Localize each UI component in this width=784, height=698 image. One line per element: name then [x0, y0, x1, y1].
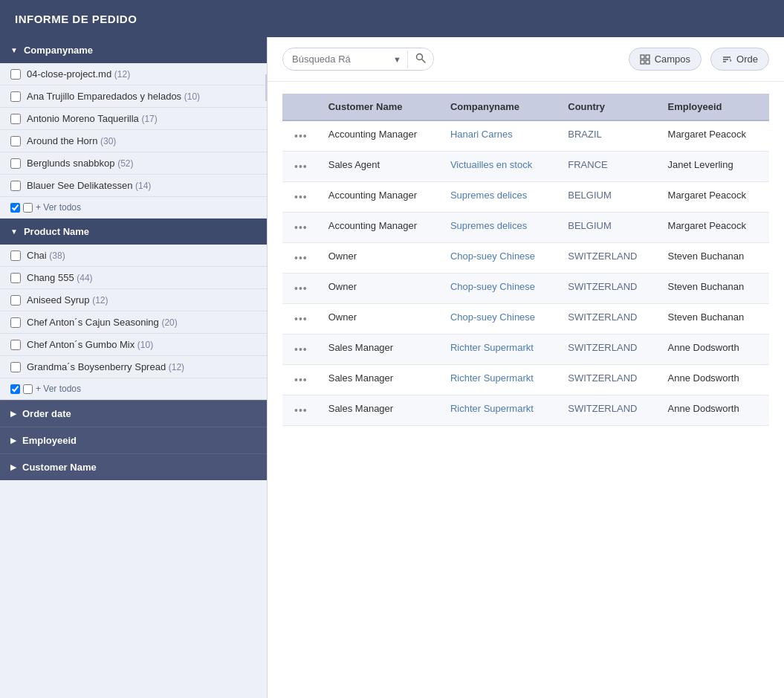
row-menu-button-8[interactable]: ••• [291, 372, 311, 387]
cell-customer-name-9: Sales Manager [320, 395, 441, 426]
row-menu-button-2[interactable]: ••• [291, 190, 311, 204]
cell-employeeid-8: Anne Dodsworth [659, 365, 769, 395]
cell-companyname-6: Chop-suey Chinese [441, 304, 559, 335]
row-menu-cell-6[interactable]: ••• [282, 304, 320, 335]
cell-companyname-1: Victuailles en stock [441, 152, 559, 182]
row-menu-button-0[interactable]: ••• [291, 129, 311, 143]
svg-rect-2 [641, 55, 644, 59]
ver-todos-check-1[interactable] [10, 203, 20, 213]
sidebar-product-item-5[interactable]: Grandma´s Boysenberry Spread (12) [0, 356, 267, 378]
sidebar-product-check-3[interactable] [10, 317, 21, 328]
row-menu-cell-1[interactable]: ••• [282, 152, 320, 182]
row-menu-cell-2[interactable]: ••• [282, 182, 320, 213]
collapsed-section-1[interactable]: ▶ Employeeid [0, 427, 267, 453]
cell-employeeid-0: Margaret Peacock [659, 120, 769, 152]
companyname-items: 04-close-project.md (12) Ana Trujillo Em… [0, 63, 267, 197]
sidebar-product-item-3[interactable]: Chef Anton´s Cajun Seasoning (20) [0, 311, 267, 334]
col-customer-name[interactable]: Customer Name [320, 94, 441, 120]
sidebar-product-label-3: Chef Anton´s Cajun Seasoning (20) [27, 317, 178, 328]
sidebar-collapse-button[interactable]: ‹ [265, 74, 268, 101]
sidebar-product-item-4[interactable]: Chef Anton´s Gumbo Mix (10) [0, 334, 267, 356]
table-row: ••• Sales Agent Victuailles en stock FRA… [282, 152, 769, 182]
sidebar-companyname-check-4[interactable] [10, 158, 21, 169]
companyname-section-header[interactable]: ▼ Companyname [0, 37, 267, 63]
companyname-ver-todos[interactable]: + Ver todos [0, 197, 267, 219]
row-menu-cell-9[interactable]: ••• [282, 395, 320, 426]
sidebar-product-check-2[interactable] [10, 295, 21, 306]
product-ver-todos[interactable]: + Ver todos [0, 378, 267, 400]
page-title: INFORME DE PEDIDO [15, 13, 137, 25]
sidebar-companyname-check-2[interactable] [10, 114, 21, 124]
orden-button[interactable]: Orde [710, 48, 769, 71]
sidebar-companyname-item-5[interactable]: Blauer See Delikatessen (14) [0, 175, 267, 197]
row-menu-cell-4[interactable]: ••• [282, 243, 320, 274]
row-menu-button-7[interactable]: ••• [291, 342, 311, 357]
row-menu-button-4[interactable]: ••• [291, 251, 311, 265]
cell-country-1: FRANCE [559, 152, 658, 182]
col-actions [282, 94, 320, 120]
col-companyname[interactable]: Companyname [441, 94, 559, 120]
table-row: ••• Owner Chop-suey Chinese SWITZERLAND … [282, 274, 769, 304]
sidebar-companyname-item-2[interactable]: Antonio Moreno Taquerilla (17) [0, 108, 267, 130]
campos-icon [640, 54, 650, 65]
cell-employeeid-2: Margaret Peacock [659, 182, 769, 213]
ver-todos-check-4[interactable] [23, 384, 33, 394]
sidebar-product-check-0[interactable] [10, 251, 21, 261]
row-menu-cell-0[interactable]: ••• [282, 120, 320, 152]
sidebar-companyname-check-0[interactable] [10, 69, 21, 80]
row-menu-cell-8[interactable]: ••• [282, 365, 320, 395]
sidebar-product-check-4[interactable] [10, 340, 21, 350]
row-menu-cell-3[interactable]: ••• [282, 213, 320, 243]
search-dropdown-button[interactable]: ▼ [387, 51, 408, 68]
cell-employeeid-9: Anne Dodsworth [659, 395, 769, 426]
sidebar-product-check-1[interactable] [10, 273, 21, 283]
sidebar-companyname-item-3[interactable]: Around the Horn (30) [0, 130, 267, 152]
sidebar-product-label-5: Grandma´s Boysenberry Spread (12) [27, 361, 184, 372]
row-menu-cell-7[interactable]: ••• [282, 335, 320, 365]
row-menu-button-1[interactable]: ••• [291, 159, 311, 174]
row-menu-button-5[interactable]: ••• [291, 281, 311, 296]
table-row: ••• Accounting Manager Hanari Carnes BRA… [282, 120, 769, 152]
collapsed-arrow-icon-1: ▶ [10, 436, 16, 445]
sidebar-product-label-2: Aniseed Syrup (12) [27, 294, 108, 306]
search-container: ▼ [282, 48, 434, 71]
sidebar-product-check-5[interactable] [10, 362, 21, 372]
ver-todos-check-2[interactable] [23, 203, 33, 213]
cell-employeeid-4: Steven Buchanan [659, 243, 769, 274]
svg-rect-3 [646, 55, 649, 59]
row-menu-button-9[interactable]: ••• [291, 403, 311, 418]
table-body: ••• Accounting Manager Hanari Carnes BRA… [282, 120, 769, 426]
sidebar-companyname-item-0[interactable]: 04-close-project.md (12) [0, 63, 267, 85]
product-section-header[interactable]: ▼ Product Name [0, 219, 267, 245]
sidebar-companyname-check-1[interactable] [10, 91, 21, 102]
col-employeeid[interactable]: Employeeid [659, 94, 769, 120]
cell-employeeid-6: Steven Buchanan [659, 304, 769, 335]
table-row: ••• Sales Manager Richter Supermarkt SWI… [282, 335, 769, 365]
sidebar-product-item-2[interactable]: Aniseed Syrup (12) [0, 289, 267, 311]
cell-customer-name-1: Sales Agent [320, 152, 441, 182]
cell-customer-name-4: Owner [320, 243, 441, 274]
cell-customer-name-5: Owner [320, 274, 441, 304]
ver-todos-check-3[interactable] [10, 384, 20, 394]
row-menu-button-6[interactable]: ••• [291, 311, 311, 326]
page-header: INFORME DE PEDIDO [0, 0, 784, 37]
orden-icon [722, 54, 732, 65]
sidebar-companyname-label-5: Blauer See Delikatessen (14) [27, 180, 151, 191]
search-input[interactable] [283, 49, 387, 69]
sidebar-companyname-item-1[interactable]: Ana Trujillo Emparedados y helados (10) [0, 85, 267, 108]
cell-employeeid-1: Janet Leverling [659, 152, 769, 182]
collapsed-section-2[interactable]: ▶ Customer Name [0, 453, 267, 480]
row-menu-button-3[interactable]: ••• [291, 220, 311, 235]
sidebar-product-item-1[interactable]: Chang 555 (44) [0, 267, 267, 289]
campos-button[interactable]: Campos [629, 48, 702, 71]
sidebar-product-item-0[interactable]: Chai (38) [0, 245, 267, 267]
sidebar-companyname-check-5[interactable] [10, 181, 21, 191]
col-country[interactable]: Country [559, 94, 658, 120]
collapsed-section-0[interactable]: ▶ Order date [0, 400, 267, 427]
sidebar-companyname-check-3[interactable] [10, 136, 21, 146]
search-icon-button[interactable] [408, 48, 433, 70]
cell-employeeid-5: Steven Buchanan [659, 274, 769, 304]
sidebar-companyname-item-4[interactable]: Berglunds snabbkop (52) [0, 152, 267, 175]
campos-label: Campos [655, 54, 690, 65]
row-menu-cell-5[interactable]: ••• [282, 274, 320, 304]
